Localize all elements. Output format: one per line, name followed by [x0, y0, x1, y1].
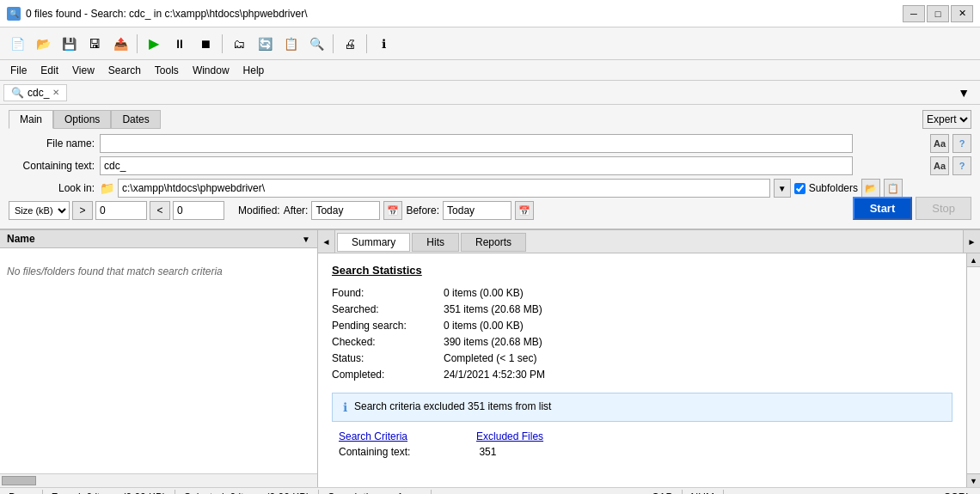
stats-value-3: 390 items (20.68 MB) — [444, 336, 542, 348]
menu-help[interactable]: Help — [236, 63, 272, 78]
criteria-row-1: Containing text: 351 — [339, 446, 952, 458]
print-button[interactable]: 🖨 — [338, 32, 362, 56]
after-calendar-btn[interactable]: 📅 — [383, 201, 402, 220]
save-as-button[interactable]: 🖫 — [83, 32, 107, 56]
file-name-label: File name: — [9, 137, 95, 149]
criteria-headers: Search Criteria Excluded Files — [339, 430, 952, 442]
browse-folder-btn[interactable]: 📂 — [861, 179, 880, 198]
export-button[interactable]: 📤 — [108, 32, 132, 56]
tab-options[interactable]: Options — [53, 110, 111, 129]
criteria-section: Search Criteria Excluded Files Containin… — [332, 430, 952, 458]
pause-button[interactable]: ⏸ — [168, 32, 192, 56]
search-files-button[interactable]: 🗂 — [227, 32, 251, 56]
replace-button[interactable]: 🔄 — [253, 32, 277, 56]
menu-tools[interactable]: Tools — [148, 63, 186, 78]
title-bar-left: 🔍 0 files found - Search: cdc_ in c:\xam… — [7, 7, 308, 21]
folder-icon: 📁 — [100, 181, 114, 195]
stats-row-4: Status: Completed (< 1 sec) — [332, 352, 952, 364]
open-folder-button[interactable]: 📂 — [31, 32, 55, 56]
help-btn-2[interactable]: ? — [952, 156, 971, 175]
search-stats-title: Search Statistics — [332, 264, 952, 277]
status-bar: Done Found: 0 items (0.00 KB) Selected: … — [0, 487, 980, 494]
run-button[interactable]: ▶ — [142, 32, 166, 56]
status-selected: Selected: 0 items (0.00 KB) — [175, 490, 319, 495]
tab-hits[interactable]: Hits — [412, 233, 459, 252]
containing-input[interactable] — [100, 156, 853, 175]
menu-search[interactable]: Search — [101, 63, 148, 78]
stats-label-1: Searched: — [332, 303, 444, 315]
after-label: After: — [284, 204, 309, 217]
vscroll-down[interactable]: ▼ — [967, 473, 980, 487]
hscroll-thumb[interactable] — [2, 476, 36, 485]
tab-summary[interactable]: Summary — [337, 233, 410, 252]
close-button[interactable]: ✕ — [951, 5, 973, 22]
minimize-button[interactable]: ─ — [903, 5, 925, 22]
search-tab-icon: 🔍 — [11, 87, 24, 99]
toolbar-separator-2 — [222, 34, 223, 53]
criteria-header-2[interactable]: Excluded Files — [476, 430, 543, 442]
status-done: Done — [0, 490, 43, 495]
about-button[interactable]: ℹ — [371, 32, 395, 56]
search-button-2[interactable]: 🔍 — [304, 32, 328, 56]
size-lt-btn[interactable]: < — [150, 201, 170, 220]
tab-dates[interactable]: Dates — [111, 110, 160, 129]
file-list-hscrollbar — [0, 473, 317, 487]
vscroll-track — [967, 267, 980, 473]
tab-more-button[interactable]: ▼ — [958, 86, 977, 100]
size-gt-input[interactable] — [95, 201, 147, 220]
size-date-row: Size (kB) > < Modified: After: 📅 Before:… — [9, 201, 971, 220]
details-tabs-bar: ◄ Summary Hits Reports ► — [318, 230, 980, 253]
stats-row-2: Pending search: 0 items (0.00 KB) — [332, 320, 952, 332]
save-button[interactable]: 💾 — [57, 32, 81, 56]
look-in-dropdown[interactable]: ▼ — [774, 179, 791, 198]
tab-main[interactable]: Main — [9, 110, 53, 129]
look-in-input[interactable] — [118, 179, 770, 198]
new-button[interactable]: 📄 — [5, 32, 29, 56]
look-in-row: Look in: 📁 ▼ Subfolders 📂 📋 — [9, 179, 971, 198]
menu-window[interactable]: Window — [186, 63, 236, 78]
size-select[interactable]: Size (kB) — [9, 201, 70, 220]
expert-select[interactable]: Expert — [922, 110, 971, 129]
search-tab-cdc[interactable]: 🔍 cdc_ ✕ — [3, 84, 67, 101]
before-label: Before: — [406, 204, 439, 217]
status-caps: CAP — [643, 490, 683, 495]
subfolders-checkbox[interactable] — [794, 183, 805, 194]
stats-label-4: Status: — [332, 352, 444, 364]
details-panel: ◄ Summary Hits Reports ► Search Statisti… — [318, 230, 980, 487]
after-input[interactable] — [311, 201, 380, 220]
tab-reports[interactable]: Reports — [461, 233, 526, 252]
before-calendar-btn[interactable]: 📅 — [515, 201, 534, 220]
size-gt-btn[interactable]: > — [72, 201, 93, 220]
stop-button[interactable]: Stop — [916, 197, 971, 220]
criteria-header-1[interactable]: Search Criteria — [339, 430, 407, 442]
maximize-button[interactable]: □ — [927, 5, 949, 22]
look-in-label: Look in: — [9, 182, 95, 194]
menu-file[interactable]: File — [3, 63, 34, 78]
status-search-time: Search time: < 1 sec — [319, 490, 432, 495]
stats-row-3: Checked: 390 items (20.68 MB) — [332, 336, 952, 348]
size-lt-input[interactable] — [173, 201, 224, 220]
before-input[interactable] — [443, 201, 511, 220]
stats-label-2: Pending search: — [332, 320, 444, 332]
file-name-input[interactable] — [100, 134, 853, 153]
vscroll-up[interactable]: ▲ — [967, 253, 980, 267]
add-folder-btn[interactable]: 📋 — [884, 179, 903, 198]
details-tab-next[interactable]: ► — [963, 230, 980, 253]
case-sensitive-1[interactable]: Aa — [930, 134, 949, 153]
start-button[interactable]: Start — [853, 197, 913, 220]
grep-button[interactable]: 📋 — [279, 32, 303, 56]
file-list-collapse-btn[interactable]: ▼ — [302, 235, 310, 244]
stop-toolbar-button[interactable]: ⏹ — [193, 32, 217, 56]
menu-view[interactable]: View — [65, 63, 101, 78]
window-title: 0 files found - Search: cdc_ in c:\xampp… — [26, 8, 308, 20]
details-vscrollbar: ▲ ▼ — [966, 253, 980, 487]
menu-edit[interactable]: Edit — [34, 63, 65, 78]
status-scrl: SCRL — [935, 490, 980, 495]
size-group: Size (kB) > < — [9, 201, 224, 220]
criteria-row1-label: Containing text: — [339, 446, 410, 458]
look-in-group: 📁 ▼ Subfolders 📂 📋 — [100, 179, 903, 198]
search-tab-close[interactable]: ✕ — [52, 88, 59, 97]
details-tab-prev[interactable]: ◄ — [318, 230, 335, 253]
case-sensitive-2[interactable]: Aa — [930, 156, 949, 175]
help-btn-1[interactable]: ? — [952, 134, 971, 153]
